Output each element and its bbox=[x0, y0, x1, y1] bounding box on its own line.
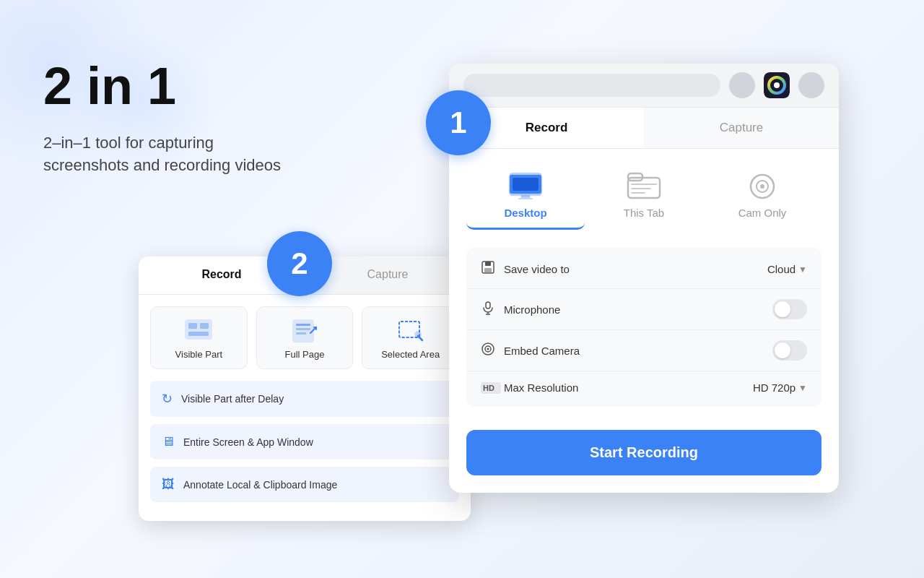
record-panel: Record Capture Desktop bbox=[449, 64, 839, 493]
hd-icon: HD bbox=[481, 382, 501, 394]
svg-rect-7 bbox=[296, 332, 306, 335]
save-video-label: Save video to bbox=[504, 263, 767, 275]
svg-rect-17 bbox=[521, 195, 530, 198]
header-search-bar bbox=[463, 74, 720, 97]
svg-rect-1 bbox=[188, 323, 197, 329]
capture-icons-row: Visible Part Full Page bbox=[150, 306, 459, 369]
full-page-icon bbox=[290, 319, 319, 343]
left-section: 2 in 1 2–in–1 tool for capturingscreensh… bbox=[43, 58, 448, 220]
svg-rect-21 bbox=[631, 184, 657, 185]
capture-list-annotate[interactable]: 🖼 Annotate Local & Clipboard Image bbox=[150, 467, 459, 502]
settings-box: Save video to Cloud ▼ Microphone bbox=[466, 247, 821, 407]
cam-only-icon bbox=[745, 172, 780, 201]
save-icon bbox=[481, 260, 501, 278]
svg-rect-0 bbox=[186, 320, 212, 339]
svg-rect-23 bbox=[631, 192, 645, 194]
setting-save-video: Save video to Cloud ▼ bbox=[466, 250, 821, 289]
resolution-label: Max Resolution bbox=[504, 381, 753, 394]
badge-1: 1 bbox=[426, 90, 491, 155]
embed-camera-toggle[interactable] bbox=[772, 340, 807, 361]
capture-icon-full-page[interactable]: Full Page bbox=[256, 306, 354, 369]
svg-point-26 bbox=[760, 184, 764, 189]
app-icon-svg bbox=[764, 72, 790, 98]
svg-rect-4 bbox=[293, 320, 313, 342]
embed-camera-label: Embed Camera bbox=[504, 345, 772, 357]
mode-desktop[interactable]: Desktop bbox=[466, 166, 585, 230]
annotate-icon: 🖼 bbox=[162, 477, 175, 492]
save-video-value[interactable]: Cloud ▼ bbox=[767, 263, 807, 275]
subtitle: 2–in–1 tool for capturingscreenshots and… bbox=[43, 132, 448, 177]
resolution-dropdown-arrow: ▼ bbox=[798, 383, 807, 393]
mode-this-tab[interactable]: This Tab bbox=[585, 166, 703, 230]
svg-rect-16 bbox=[513, 178, 539, 191]
svg-rect-2 bbox=[200, 323, 209, 329]
svg-rect-18 bbox=[518, 198, 533, 199]
capture-icon-selected-area[interactable]: Selected Area bbox=[362, 306, 459, 369]
setting-resolution: HD Max Resolution HD 720p ▼ bbox=[466, 371, 821, 404]
microphone-toggle[interactable] bbox=[772, 299, 807, 319]
record-panel-tabs: Record Capture bbox=[449, 108, 839, 149]
header-circle bbox=[729, 72, 755, 98]
svg-point-9 bbox=[415, 332, 421, 337]
app-icon bbox=[764, 72, 790, 98]
svg-rect-3 bbox=[188, 332, 209, 336]
camera-icon bbox=[481, 342, 501, 360]
main-title: 2 in 1 bbox=[43, 58, 448, 115]
svg-rect-30 bbox=[486, 302, 490, 309]
microphone-icon bbox=[481, 301, 501, 319]
setting-embed-camera: Embed Camera bbox=[466, 330, 821, 371]
tab-capture[interactable]: Capture bbox=[644, 108, 839, 148]
svg-rect-22 bbox=[631, 188, 651, 189]
desktop-icon bbox=[508, 172, 543, 201]
start-recording-button[interactable]: Start Recording bbox=[466, 430, 821, 475]
svg-point-12 bbox=[774, 82, 780, 88]
resolution-value[interactable]: HD 720p ▼ bbox=[753, 381, 807, 394]
capture-list-entire-screen[interactable]: 🖥 Entire Screen & App Window bbox=[150, 424, 459, 460]
record-mode-row: Desktop This Tab Cam Only bbox=[449, 149, 839, 236]
svg-rect-28 bbox=[485, 262, 491, 266]
setting-microphone: Microphone bbox=[466, 289, 821, 330]
mode-cam-only[interactable]: Cam Only bbox=[703, 166, 821, 230]
capture-content: Visible Part Full Page bbox=[139, 295, 471, 521]
microphone-label: Microphone bbox=[504, 303, 772, 316]
capture-icon-visible-part[interactable]: Visible Part bbox=[150, 306, 248, 369]
record-panel-header bbox=[449, 64, 839, 108]
visible-part-icon bbox=[184, 319, 213, 343]
svg-rect-29 bbox=[484, 268, 492, 272]
capture-list-visible-delay[interactable]: ↻ Visible Part after Delay bbox=[150, 381, 459, 417]
svg-point-35 bbox=[487, 348, 489, 350]
save-dropdown-arrow: ▼ bbox=[798, 264, 807, 275]
header-circle-2 bbox=[798, 72, 824, 98]
selected-area-icon bbox=[396, 319, 425, 343]
badge-2: 2 bbox=[267, 231, 332, 296]
this-tab-icon bbox=[627, 172, 661, 201]
svg-rect-6 bbox=[296, 328, 310, 330]
svg-rect-5 bbox=[296, 324, 310, 326]
capture-panel: Record Capture Visible Part bbox=[139, 256, 471, 521]
screen-icon: 🖥 bbox=[162, 434, 175, 449]
delay-icon: ↻ bbox=[162, 391, 173, 407]
